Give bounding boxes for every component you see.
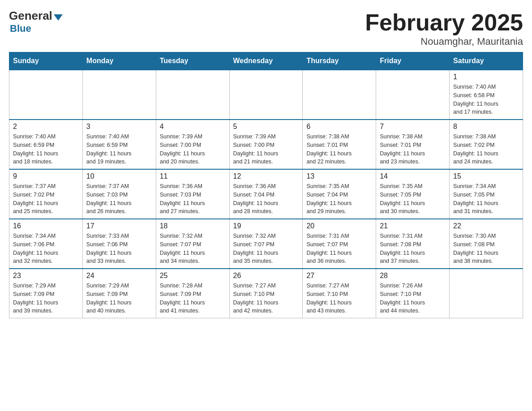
day-number: 3 xyxy=(86,123,152,131)
calendar-cell: 2Sunrise: 7:40 AMSunset: 6:59 PMDaylight… xyxy=(9,120,83,169)
day-number: 20 xyxy=(306,222,372,230)
day-number: 6 xyxy=(306,123,372,131)
calendar-cell: 24Sunrise: 7:29 AMSunset: 7:09 PMDayligh… xyxy=(82,269,156,318)
week-row-3: 9Sunrise: 7:37 AMSunset: 7:02 PMDaylight… xyxy=(9,169,523,219)
calendar-cell: 9Sunrise: 7:37 AMSunset: 7:02 PMDaylight… xyxy=(9,169,83,219)
day-number: 27 xyxy=(306,272,372,280)
day-info: Sunrise: 7:31 AMSunset: 7:08 PMDaylight:… xyxy=(380,232,446,265)
calendar-cell: 19Sunrise: 7:32 AMSunset: 7:07 PMDayligh… xyxy=(229,219,303,269)
day-number: 26 xyxy=(233,272,299,280)
calendar-cell: 5Sunrise: 7:39 AMSunset: 7:00 PMDaylight… xyxy=(229,120,303,169)
day-info: Sunrise: 7:28 AMSunset: 7:09 PMDaylight:… xyxy=(160,282,226,315)
calendar-cell: 27Sunrise: 7:27 AMSunset: 7:10 PMDayligh… xyxy=(303,269,376,318)
day-info: Sunrise: 7:39 AMSunset: 7:00 PMDaylight:… xyxy=(233,133,299,166)
day-info: Sunrise: 7:34 AMSunset: 7:06 PMDaylight:… xyxy=(13,232,79,265)
day-header-saturday: Saturday xyxy=(450,52,523,70)
day-info: Sunrise: 7:38 AMSunset: 7:01 PMDaylight:… xyxy=(306,133,372,166)
day-number: 2 xyxy=(13,123,79,131)
day-info: Sunrise: 7:26 AMSunset: 7:10 PMDaylight:… xyxy=(380,282,446,315)
calendar-cell: 22Sunrise: 7:30 AMSunset: 7:08 PMDayligh… xyxy=(450,219,523,269)
page-header: General Blue February 2025 Nouamghar, Ma… xyxy=(9,9,523,47)
calendar-cell: 14Sunrise: 7:35 AMSunset: 7:05 PMDayligh… xyxy=(376,169,450,219)
day-info: Sunrise: 7:35 AMSunset: 7:05 PMDaylight:… xyxy=(380,182,446,216)
day-info: Sunrise: 7:39 AMSunset: 7:00 PMDaylight:… xyxy=(160,133,226,166)
day-header-wednesday: Wednesday xyxy=(229,52,303,70)
calendar-cell: 20Sunrise: 7:31 AMSunset: 7:07 PMDayligh… xyxy=(303,219,376,269)
day-info: Sunrise: 7:34 AMSunset: 7:05 PMDaylight:… xyxy=(453,182,519,216)
day-number: 15 xyxy=(453,172,519,180)
calendar-cell: 4Sunrise: 7:39 AMSunset: 7:00 PMDaylight… xyxy=(156,120,229,169)
day-info: Sunrise: 7:38 AMSunset: 7:02 PMDaylight:… xyxy=(453,133,519,166)
day-number: 18 xyxy=(160,222,226,230)
calendar-cell xyxy=(303,70,376,120)
day-info: Sunrise: 7:27 AMSunset: 7:10 PMDaylight:… xyxy=(306,282,372,315)
day-info: Sunrise: 7:27 AMSunset: 7:10 PMDaylight:… xyxy=(233,282,299,315)
day-number: 12 xyxy=(233,172,299,180)
day-number: 7 xyxy=(380,123,446,131)
calendar-cell: 15Sunrise: 7:34 AMSunset: 7:05 PMDayligh… xyxy=(450,169,523,219)
week-row-5: 23Sunrise: 7:29 AMSunset: 7:09 PMDayligh… xyxy=(9,269,523,318)
day-header-thursday: Thursday xyxy=(303,52,376,70)
day-info: Sunrise: 7:40 AMSunset: 6:59 PMDaylight:… xyxy=(86,133,152,166)
day-header-sunday: Sunday xyxy=(9,52,83,70)
title-block: February 2025 Nouamghar, Mauritania xyxy=(365,9,523,47)
calendar-cell: 23Sunrise: 7:29 AMSunset: 7:09 PMDayligh… xyxy=(9,269,83,318)
day-number: 23 xyxy=(13,272,79,280)
day-number: 19 xyxy=(233,222,299,230)
calendar-cell: 18Sunrise: 7:32 AMSunset: 7:07 PMDayligh… xyxy=(156,219,229,269)
day-number: 9 xyxy=(13,172,79,180)
day-number: 22 xyxy=(453,222,519,230)
calendar-cell: 28Sunrise: 7:26 AMSunset: 7:10 PMDayligh… xyxy=(376,269,450,318)
day-info: Sunrise: 7:31 AMSunset: 7:07 PMDaylight:… xyxy=(306,232,372,265)
logo: General Blue xyxy=(9,9,64,34)
day-header-tuesday: Tuesday xyxy=(156,52,229,70)
calendar-cell: 21Sunrise: 7:31 AMSunset: 7:08 PMDayligh… xyxy=(376,219,450,269)
day-info: Sunrise: 7:37 AMSunset: 7:02 PMDaylight:… xyxy=(13,182,79,216)
day-number: 13 xyxy=(306,172,372,180)
day-number: 28 xyxy=(380,272,446,280)
day-number: 1 xyxy=(453,73,519,81)
day-info: Sunrise: 7:29 AMSunset: 7:09 PMDaylight:… xyxy=(13,282,79,315)
calendar-cell: 12Sunrise: 7:36 AMSunset: 7:04 PMDayligh… xyxy=(229,169,303,219)
day-info: Sunrise: 7:32 AMSunset: 7:07 PMDaylight:… xyxy=(233,232,299,265)
logo-general-text: General xyxy=(9,9,52,23)
day-info: Sunrise: 7:40 AMSunset: 6:58 PMDaylight:… xyxy=(453,83,519,116)
day-info: Sunrise: 7:38 AMSunset: 7:01 PMDaylight:… xyxy=(380,133,446,166)
day-header-monday: Monday xyxy=(82,52,156,70)
day-info: Sunrise: 7:35 AMSunset: 7:04 PMDaylight:… xyxy=(306,182,372,216)
week-row-1: 1Sunrise: 7:40 AMSunset: 6:58 PMDaylight… xyxy=(9,70,523,120)
calendar-cell: 17Sunrise: 7:33 AMSunset: 7:06 PMDayligh… xyxy=(82,219,156,269)
week-row-4: 16Sunrise: 7:34 AMSunset: 7:06 PMDayligh… xyxy=(9,219,523,269)
logo-blue-text: Blue xyxy=(10,23,31,34)
day-info: Sunrise: 7:32 AMSunset: 7:07 PMDaylight:… xyxy=(160,232,226,265)
day-number: 11 xyxy=(160,172,226,180)
day-number: 5 xyxy=(233,123,299,131)
day-number: 14 xyxy=(380,172,446,180)
day-info: Sunrise: 7:40 AMSunset: 6:59 PMDaylight:… xyxy=(13,133,79,166)
calendar-cell: 10Sunrise: 7:37 AMSunset: 7:03 PMDayligh… xyxy=(82,169,156,219)
day-number: 25 xyxy=(160,272,226,280)
week-row-2: 2Sunrise: 7:40 AMSunset: 6:59 PMDaylight… xyxy=(9,120,523,169)
calendar-table: SundayMondayTuesdayWednesdayThursdayFrid… xyxy=(9,52,523,318)
location-subtitle: Nouamghar, Mauritania xyxy=(365,36,523,47)
day-info: Sunrise: 7:30 AMSunset: 7:08 PMDaylight:… xyxy=(453,232,519,265)
calendar-cell: 13Sunrise: 7:35 AMSunset: 7:04 PMDayligh… xyxy=(303,169,376,219)
calendar-cell: 11Sunrise: 7:36 AMSunset: 7:03 PMDayligh… xyxy=(156,169,229,219)
day-info: Sunrise: 7:36 AMSunset: 7:03 PMDaylight:… xyxy=(160,182,226,216)
calendar-cell: 8Sunrise: 7:38 AMSunset: 7:02 PMDaylight… xyxy=(450,120,523,169)
calendar-cell: 3Sunrise: 7:40 AMSunset: 6:59 PMDaylight… xyxy=(82,120,156,169)
day-info: Sunrise: 7:33 AMSunset: 7:06 PMDaylight:… xyxy=(86,232,152,265)
calendar-cell: 25Sunrise: 7:28 AMSunset: 7:09 PMDayligh… xyxy=(156,269,229,318)
calendar-cell xyxy=(450,269,523,318)
calendar-cell xyxy=(9,70,83,120)
day-number: 21 xyxy=(380,222,446,230)
day-number: 17 xyxy=(86,222,152,230)
month-title: February 2025 xyxy=(365,9,523,36)
day-number: 10 xyxy=(86,172,152,180)
calendar-cell: 7Sunrise: 7:38 AMSunset: 7:01 PMDaylight… xyxy=(376,120,450,169)
calendar-cell: 6Sunrise: 7:38 AMSunset: 7:01 PMDaylight… xyxy=(303,120,376,169)
logo-arrow-icon xyxy=(54,14,63,21)
calendar-cell: 26Sunrise: 7:27 AMSunset: 7:10 PMDayligh… xyxy=(229,269,303,318)
calendar-cell xyxy=(156,70,229,120)
day-number: 4 xyxy=(160,123,226,131)
